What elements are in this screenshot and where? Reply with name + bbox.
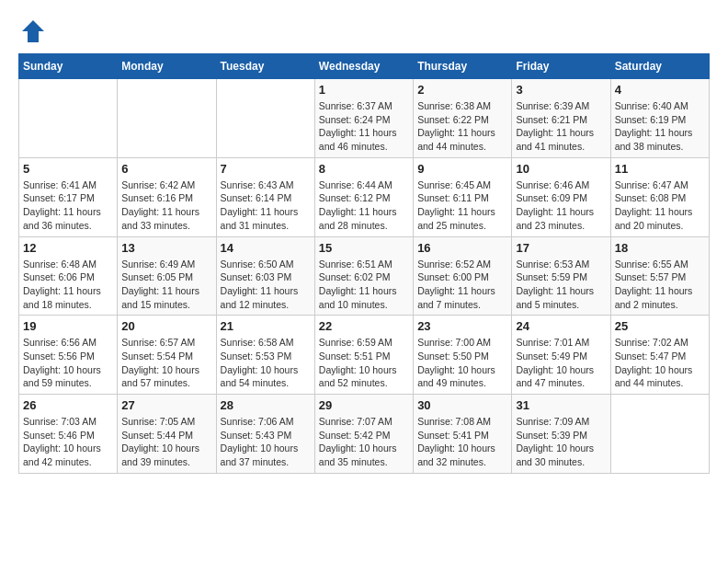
calendar-table: SundayMondayTuesdayWednesdayThursdayFrid… — [18, 53, 710, 474]
day-number: 8 — [319, 162, 409, 176]
day-info: Sunrise: 6:56 AMSunset: 5:56 PMDaylight:… — [23, 336, 113, 390]
calendar-cell: 2Sunrise: 6:38 AMSunset: 6:22 PMDaylight… — [414, 79, 512, 158]
day-info: Sunrise: 7:03 AMSunset: 5:46 PMDaylight:… — [23, 415, 113, 469]
calendar-cell: 27Sunrise: 7:05 AMSunset: 5:44 PMDayligh… — [118, 395, 216, 474]
calendar-cell — [610, 395, 709, 474]
logo — [18, 18, 46, 44]
calendar-cell — [216, 79, 314, 158]
header-sunday: Sunday — [19, 54, 118, 79]
calendar-cell: 6Sunrise: 6:42 AMSunset: 6:16 PMDaylight… — [118, 157, 216, 236]
day-info: Sunrise: 6:49 AMSunset: 6:05 PMDaylight:… — [121, 258, 211, 312]
calendar-cell: 7Sunrise: 6:43 AMSunset: 6:14 PMDaylight… — [216, 157, 314, 236]
day-number: 12 — [23, 241, 113, 255]
day-number: 15 — [319, 241, 409, 255]
calendar-cell: 21Sunrise: 6:58 AMSunset: 5:53 PMDayligh… — [216, 316, 314, 395]
day-number: 16 — [417, 241, 507, 255]
day-info: Sunrise: 7:01 AMSunset: 5:49 PMDaylight:… — [516, 336, 606, 390]
day-info: Sunrise: 6:50 AMSunset: 6:03 PMDaylight:… — [221, 258, 311, 312]
header-tuesday: Tuesday — [216, 54, 314, 79]
calendar-week-row: 26Sunrise: 7:03 AMSunset: 5:46 PMDayligh… — [19, 395, 710, 474]
calendar-cell: 15Sunrise: 6:51 AMSunset: 6:02 PMDayligh… — [314, 236, 413, 316]
day-number: 18 — [615, 241, 705, 255]
day-number: 23 — [417, 319, 507, 333]
day-number: 1 — [319, 83, 409, 97]
day-info: Sunrise: 6:44 AMSunset: 6:12 PMDaylight:… — [319, 178, 409, 233]
day-number: 22 — [319, 319, 409, 333]
calendar-cell: 13Sunrise: 6:49 AMSunset: 6:05 PMDayligh… — [118, 236, 216, 316]
day-info: Sunrise: 6:53 AMSunset: 5:59 PMDaylight:… — [516, 258, 606, 312]
calendar-cell: 22Sunrise: 6:59 AMSunset: 5:51 PMDayligh… — [314, 316, 413, 395]
day-info: Sunrise: 6:55 AMSunset: 5:57 PMDaylight:… — [615, 258, 705, 312]
day-number: 7 — [221, 162, 311, 176]
day-number: 28 — [221, 398, 311, 412]
logo-icon — [20, 18, 46, 44]
header-friday: Friday — [512, 54, 610, 79]
calendar-cell — [19, 79, 118, 158]
day-info: Sunrise: 7:06 AMSunset: 5:43 PMDaylight:… — [221, 415, 311, 469]
calendar-cell: 12Sunrise: 6:48 AMSunset: 6:06 PMDayligh… — [19, 236, 118, 316]
day-number: 17 — [516, 241, 606, 255]
day-number: 19 — [23, 319, 113, 333]
calendar-cell: 16Sunrise: 6:52 AMSunset: 6:00 PMDayligh… — [414, 236, 512, 316]
day-info: Sunrise: 6:51 AMSunset: 6:02 PMDaylight:… — [319, 258, 409, 312]
day-number: 30 — [417, 398, 507, 412]
day-info: Sunrise: 6:43 AMSunset: 6:14 PMDaylight:… — [221, 178, 311, 233]
day-info: Sunrise: 6:57 AMSunset: 5:54 PMDaylight:… — [121, 336, 211, 390]
calendar-cell: 4Sunrise: 6:40 AMSunset: 6:19 PMDaylight… — [610, 79, 709, 158]
calendar-header-row: SundayMondayTuesdayWednesdayThursdayFrid… — [19, 54, 710, 79]
calendar-cell: 19Sunrise: 6:56 AMSunset: 5:56 PMDayligh… — [19, 316, 118, 395]
day-info: Sunrise: 6:42 AMSunset: 6:16 PMDaylight:… — [121, 178, 211, 233]
calendar-cell: 23Sunrise: 7:00 AMSunset: 5:50 PMDayligh… — [414, 316, 512, 395]
day-info: Sunrise: 6:45 AMSunset: 6:11 PMDaylight:… — [417, 178, 507, 233]
day-number: 24 — [516, 319, 606, 333]
svg-marker-0 — [22, 20, 44, 42]
calendar-cell: 24Sunrise: 7:01 AMSunset: 5:49 PMDayligh… — [512, 316, 610, 395]
day-number: 3 — [516, 83, 606, 97]
day-number: 25 — [615, 319, 705, 333]
day-info: Sunrise: 6:38 AMSunset: 6:22 PMDaylight:… — [417, 99, 507, 154]
day-info: Sunrise: 7:08 AMSunset: 5:41 PMDaylight:… — [417, 415, 507, 469]
calendar-cell: 29Sunrise: 7:07 AMSunset: 5:42 PMDayligh… — [314, 395, 413, 474]
calendar-cell: 1Sunrise: 6:37 AMSunset: 6:24 PMDaylight… — [314, 79, 413, 158]
calendar-cell: 20Sunrise: 6:57 AMSunset: 5:54 PMDayligh… — [118, 316, 216, 395]
header-thursday: Thursday — [414, 54, 512, 79]
calendar-cell: 31Sunrise: 7:09 AMSunset: 5:39 PMDayligh… — [512, 395, 610, 474]
day-number: 2 — [417, 83, 507, 97]
day-number: 11 — [615, 162, 705, 176]
header-wednesday: Wednesday — [314, 54, 413, 79]
day-number: 14 — [221, 241, 311, 255]
day-info: Sunrise: 7:07 AMSunset: 5:42 PMDaylight:… — [319, 415, 409, 469]
day-info: Sunrise: 6:41 AMSunset: 6:17 PMDaylight:… — [23, 178, 113, 233]
calendar-cell: 28Sunrise: 7:06 AMSunset: 5:43 PMDayligh… — [216, 395, 314, 474]
day-info: Sunrise: 6:52 AMSunset: 6:00 PMDaylight:… — [417, 258, 507, 312]
calendar-cell: 10Sunrise: 6:46 AMSunset: 6:09 PMDayligh… — [512, 157, 610, 236]
calendar-cell: 18Sunrise: 6:55 AMSunset: 5:57 PMDayligh… — [610, 236, 709, 316]
day-number: 10 — [516, 162, 606, 176]
day-number: 5 — [23, 162, 113, 176]
calendar-cell: 11Sunrise: 6:47 AMSunset: 6:08 PMDayligh… — [610, 157, 709, 236]
day-number: 21 — [221, 319, 311, 333]
calendar-cell: 9Sunrise: 6:45 AMSunset: 6:11 PMDaylight… — [414, 157, 512, 236]
calendar-cell: 8Sunrise: 6:44 AMSunset: 6:12 PMDaylight… — [314, 157, 413, 236]
day-info: Sunrise: 6:40 AMSunset: 6:19 PMDaylight:… — [615, 99, 705, 154]
day-number: 31 — [516, 398, 606, 412]
header-saturday: Saturday — [610, 54, 709, 79]
calendar-cell — [118, 79, 216, 158]
day-info: Sunrise: 6:58 AMSunset: 5:53 PMDaylight:… — [221, 336, 311, 390]
calendar-cell: 26Sunrise: 7:03 AMSunset: 5:46 PMDayligh… — [19, 395, 118, 474]
header-monday: Monday — [118, 54, 216, 79]
calendar-cell: 30Sunrise: 7:08 AMSunset: 5:41 PMDayligh… — [414, 395, 512, 474]
calendar-cell: 25Sunrise: 7:02 AMSunset: 5:47 PMDayligh… — [610, 316, 709, 395]
page-header — [18, 18, 710, 44]
day-info: Sunrise: 7:02 AMSunset: 5:47 PMDaylight:… — [615, 336, 705, 390]
calendar-cell: 14Sunrise: 6:50 AMSunset: 6:03 PMDayligh… — [216, 236, 314, 316]
day-info: Sunrise: 6:59 AMSunset: 5:51 PMDaylight:… — [319, 336, 409, 390]
day-number: 6 — [121, 162, 211, 176]
calendar-cell: 5Sunrise: 6:41 AMSunset: 6:17 PMDaylight… — [19, 157, 118, 236]
day-number: 20 — [121, 319, 211, 333]
day-info: Sunrise: 7:00 AMSunset: 5:50 PMDaylight:… — [417, 336, 507, 390]
day-number: 27 — [121, 398, 211, 412]
calendar-week-row: 1Sunrise: 6:37 AMSunset: 6:24 PMDaylight… — [19, 79, 710, 158]
day-number: 29 — [319, 398, 409, 412]
day-info: Sunrise: 7:09 AMSunset: 5:39 PMDaylight:… — [516, 415, 606, 469]
